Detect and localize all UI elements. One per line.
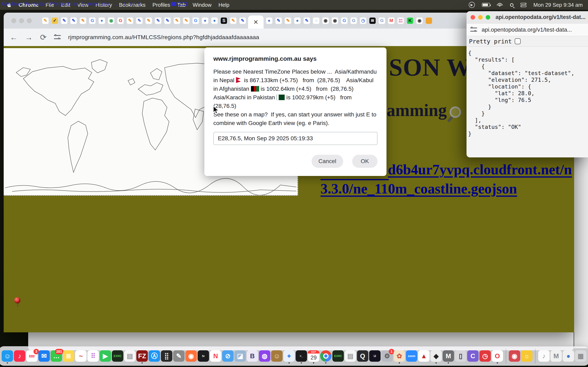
tab-google-dashed[interactable]: G [349, 15, 358, 26]
dock-safari[interactable]: ⌖ [283, 350, 295, 362]
dock-calendar[interactable]: SEP29 [308, 350, 319, 362]
tab-doc-edit[interactable]: ✎ [69, 15, 78, 26]
menu-help[interactable]: Help [215, 2, 233, 8]
dock-speedometer[interactable]: ◷ [479, 350, 491, 362]
tab-blue-circle[interactable]: ◌ [311, 15, 321, 26]
forward-button[interactable]: → [25, 33, 33, 41]
tab-doc-edit[interactable]: ✎ [60, 15, 69, 26]
tab-pencil-color[interactable]: ✎ [182, 15, 191, 26]
tab-earth-sphere[interactable]: ● [97, 15, 106, 26]
tab-doc-edit[interactable]: ✎ [153, 15, 163, 26]
tab-google-earth[interactable]: ● [210, 15, 219, 26]
dock-iphone-mirroring[interactable]: ▯ [455, 350, 466, 362]
dock-gimp[interactable]: ✎ [173, 350, 185, 362]
dock-photo-booth[interactable]: ◉ [509, 350, 520, 362]
dock-music[interactable]: ♪ [14, 350, 25, 362]
menu-window[interactable]: Window [189, 2, 215, 8]
tab-doc-edit[interactable]: ✎ [163, 15, 172, 26]
tab-britbox[interactable]: brit box [396, 15, 405, 26]
active-tab-close-button[interactable]: ✕ [248, 16, 264, 29]
dock-app-store[interactable]: Ⓐ [149, 350, 160, 362]
pretty-print-checkbox[interactable] [515, 38, 521, 44]
cancel-button[interactable]: Cancel [311, 155, 343, 168]
address-bar[interactable]: rjmprogramming.com.au/HTMLCSS/regions.ph… [68, 34, 259, 41]
dock-reminders[interactable]: ≔3 [26, 350, 38, 362]
dock-photos-landscape[interactable]: ◪ [234, 350, 246, 362]
dock-music-doc-min[interactable]: ♪ [538, 350, 550, 362]
tab-history-clock[interactable]: ◷ [358, 15, 368, 26]
dock-zoom[interactable]: zoom [406, 350, 417, 362]
dock-intellij[interactable]: IJ [369, 350, 380, 362]
dock-paint[interactable]: ✿ [394, 350, 405, 362]
playback-icon[interactable]: ▶ [469, 2, 475, 8]
tab-doc-edit[interactable]: ✎ [238, 15, 247, 26]
tab-google[interactable]: G [87, 15, 97, 26]
geojson-link-line1[interactable]: d6b4ur7yvpq.cloudfront.net/n [388, 161, 572, 178]
tab-pencil-color[interactable]: ✎ [283, 15, 293, 26]
dock-launchpad[interactable]: ⠿ [87, 350, 99, 362]
dock-prism[interactable]: ▲ [418, 350, 430, 362]
tab-pencil-color[interactable]: ✎ [172, 15, 182, 26]
tab-google-dashed[interactable]: G [377, 15, 387, 26]
reload-button[interactable]: ⟳ [40, 33, 47, 41]
dock-mail[interactable]: ✉ [38, 350, 50, 362]
dialog-input[interactable] [213, 132, 378, 145]
site-settings-icon[interactable] [470, 27, 477, 33]
dock-contacts[interactable]: ☺ [271, 350, 283, 362]
ok-button[interactable]: OK [352, 155, 378, 168]
control-center-icon[interactable] [520, 3, 527, 7]
dock-inkscape[interactable]: ◆ [430, 350, 442, 362]
dock-cat-app[interactable]: C [467, 350, 479, 362]
tab-google[interactable]: G [116, 15, 125, 26]
tab-doc-edit[interactable]: ✎ [302, 15, 311, 26]
dock-libreoffice[interactable]: ▤ [124, 350, 136, 362]
minimize-window-button[interactable] [19, 18, 24, 23]
dock-firefox[interactable]: ◉ [185, 350, 197, 362]
close-window-button[interactable] [471, 15, 475, 20]
dock-keypad[interactable]: ⣿ [161, 350, 172, 362]
dock-screen-block[interactable]: ⊘ [222, 350, 233, 362]
tab-pencil-color[interactable]: ✎ [228, 15, 238, 26]
dock-messages[interactable]: …201 [51, 350, 62, 362]
tab-google-earth[interactable]: ● [264, 15, 274, 26]
dock-finder[interactable]: ☺ [2, 350, 13, 362]
dock-wave-app[interactable]: ~ [75, 350, 86, 362]
dock-bbedit[interactable]: B [247, 350, 258, 362]
tab-chrome-gray[interactable]: ◉ [330, 15, 339, 26]
dock-apple-tv[interactable]: tv [198, 350, 209, 362]
dock-notes-stack[interactable]: ≣ [63, 350, 74, 362]
tab-check-schedule[interactable]: ✓ [50, 15, 60, 26]
map-pin-icon[interactable] [14, 297, 21, 308]
tab-substack[interactable]: S [219, 15, 228, 26]
spotlight-search-icon[interactable] [510, 3, 513, 7]
dock-trash[interactable]: ▦ [575, 350, 586, 362]
zoom-window-button[interactable] [27, 18, 32, 23]
tab-pencil-color[interactable]: ✎ [144, 15, 153, 26]
tab-google[interactable]: G [339, 15, 349, 26]
tab-chrome-gray[interactable]: ◉ [415, 15, 424, 26]
dock-settings[interactable]: ⚙1 [381, 350, 393, 362]
site-settings-icon[interactable] [54, 34, 61, 40]
dock-document[interactable]: ▤ [345, 350, 356, 362]
tab-google-maps[interactable]: ◉ [106, 15, 116, 26]
tab-gmail[interactable]: M [387, 15, 396, 26]
dock-filezilla[interactable]: FZ [136, 350, 148, 362]
dock-news[interactable]: N [210, 350, 221, 362]
tab-google-earth[interactable]: ● [293, 15, 302, 26]
zoom-window-button[interactable] [486, 15, 490, 20]
dock-opera[interactable]: O [492, 350, 503, 362]
battery-icon[interactable] [482, 3, 490, 7]
dock-mamp[interactable]: M [443, 350, 454, 362]
tab-doc-edit[interactable]: ✎ [274, 15, 283, 26]
dock-terminal-exrc[interactable]: EXRC [112, 350, 123, 362]
dock-terminal-exrc-2[interactable]: EXRC [332, 350, 344, 362]
tab-google[interactable]: G [191, 15, 200, 26]
tab-chrome-gray[interactable]: ◉ [321, 15, 330, 26]
dock-quicktime[interactable]: Q [357, 350, 368, 362]
dock-podcasts[interactable]: ◍ [259, 350, 270, 362]
tab-google-earth[interactable]: ● [200, 15, 210, 26]
close-window-button[interactable] [11, 18, 16, 23]
dock-mamp-min[interactable]: M [550, 350, 562, 362]
dock-lightbulb-app[interactable]: ☼ [521, 350, 532, 362]
tab-pencil-color[interactable]: ✎ [78, 15, 87, 26]
